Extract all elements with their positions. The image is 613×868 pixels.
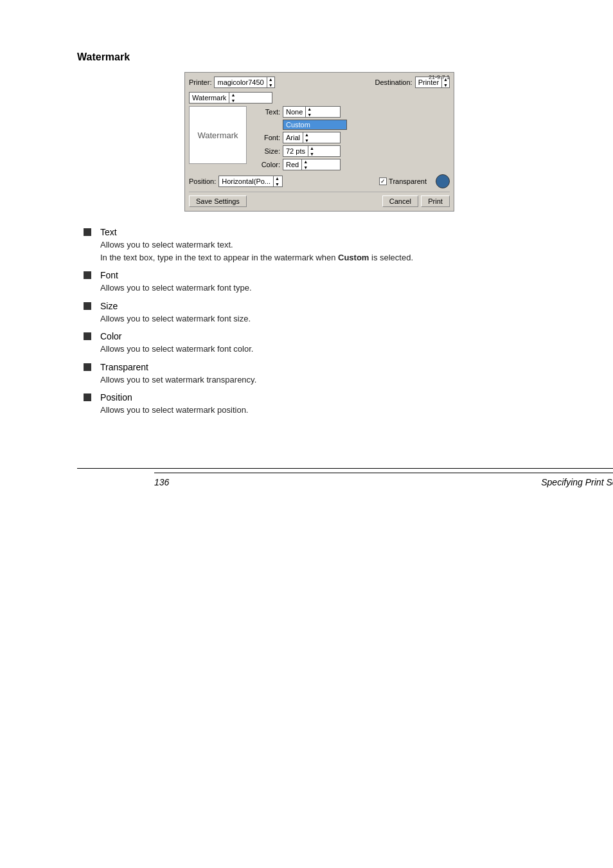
bottom-right-buttons: Cancel Print — [382, 195, 450, 207]
panel-arrows[interactable]: ▲ ▼ — [229, 92, 236, 104]
save-settings-button[interactable]: Save Settings — [189, 195, 247, 207]
bullet-content: Font Allows you to select watermark font… — [100, 270, 562, 294]
printer-value: magicolor7450 — [215, 78, 266, 86]
bullet-desc: Allows you to select watermark position. — [100, 405, 248, 415]
printer-arrow-up[interactable]: ▲ — [267, 77, 274, 82]
bullet-term: Text — [100, 227, 562, 237]
text-label: Text: — [253, 108, 280, 116]
font-label: Font: — [253, 134, 280, 141]
position-arrow-down[interactable]: ▼ — [274, 181, 281, 187]
text-select[interactable]: None ▲ ▼ — [283, 106, 341, 118]
size-arrow-up[interactable]: ▲ — [308, 145, 315, 151]
position-arrow-up[interactable]: ▲ — [274, 176, 281, 181]
transparent-checkbox[interactable]: ✓ — [379, 177, 387, 185]
position-label: Position: — [189, 177, 216, 185]
size-arrow-down[interactable]: ▼ — [308, 151, 315, 157]
text-arrow-up[interactable]: ▲ — [306, 106, 313, 112]
text-arrow-down[interactable]: ▼ — [306, 112, 313, 118]
bullet-list: Text Allows you to select watermark text… — [84, 227, 562, 417]
bullet-content: Color Allows you to select watermark fon… — [100, 331, 562, 356]
position-arrows[interactable]: ▲ ▼ — [273, 176, 281, 187]
transparent-checkbox-container[interactable]: ✓ Transparent — [379, 177, 429, 185]
panel-select[interactable]: Watermark ▲ ▼ — [189, 92, 272, 104]
size-arrows[interactable]: ▲ ▼ — [308, 145, 315, 157]
list-item: Color Allows you to select watermark fon… — [84, 331, 562, 356]
printer-row: Printer: magicolor7450 ▲ ▼ — [189, 77, 275, 88]
list-item: Text Allows you to select watermark text… — [84, 227, 562, 264]
size-select[interactable]: 72 pts ▲ ▼ — [283, 145, 341, 157]
dialog-box: 21-9.7.1 Printer: magicolor7450 ▲ ▼ Dest… — [184, 72, 454, 212]
text-arrows[interactable]: ▲ ▼ — [305, 106, 313, 118]
font-arrow-down[interactable]: ▼ — [303, 138, 310, 143]
section-title: Watermark — [77, 51, 562, 63]
bullet-content: Transparent Allows you to set watermark … — [100, 362, 562, 386]
cancel-button[interactable]: Cancel — [382, 195, 418, 207]
custom-input-row — [253, 120, 450, 130]
custom-text-input[interactable] — [283, 120, 347, 130]
color-value: Red — [283, 161, 301, 168]
color-arrow-up[interactable]: ▲ — [302, 159, 309, 165]
destination-arrow-down[interactable]: ▼ — [442, 82, 449, 88]
footer-title: Specifying Print Settings — [541, 477, 613, 487]
page-footer: 136 Specifying Print Settings — [77, 468, 613, 487]
position-select[interactable]: Horizontal(Po... ▲ ▼ — [218, 176, 283, 187]
bullet-desc: Allows you to select watermark font size… — [100, 314, 251, 323]
list-item: Size Allows you to select watermark font… — [84, 301, 562, 325]
color-control-row: Color: Red ▲ ▼ — [253, 159, 450, 170]
color-arrow-down[interactable]: ▼ — [302, 165, 309, 170]
panel-select-row: Watermark ▲ ▼ — [189, 92, 450, 104]
font-select[interactable]: Arial ▲ ▼ — [283, 132, 341, 143]
size-value: 72 pts — [283, 147, 308, 155]
bullet-square-icon — [84, 302, 91, 310]
dialog-content: Watermark Text: None ▲ ▼ — [189, 106, 450, 170]
font-arrows[interactable]: ▲ ▼ — [303, 132, 310, 143]
watermark-preview-text: Watermark — [197, 131, 238, 140]
bullet-term: Font — [100, 270, 562, 280]
transparent-section: ✓ Transparent — [379, 174, 450, 188]
bullet-content: Text Allows you to select watermark text… — [100, 227, 562, 264]
bullet-term: Position — [100, 392, 562, 402]
printer-label: Printer: — [189, 78, 211, 86]
bullet-square-icon — [84, 332, 91, 340]
position-row: Position: Horizontal(Po... ▲ ▼ — [189, 176, 283, 187]
panel-label: Watermark — [190, 94, 229, 102]
page-section: Watermark 21-9.7.1 Printer: magicolor745… — [77, 51, 562, 417]
font-value: Arial — [283, 134, 303, 141]
text-control-row: Text: None ▲ ▼ — [253, 106, 450, 118]
dialog-top-row: Printer: magicolor7450 ▲ ▼ Destination: … — [189, 77, 450, 88]
destination-label: Destination: — [375, 78, 413, 86]
bullet-term: Color — [100, 331, 562, 341]
dialog-controls: Text: None ▲ ▼ Font: — [253, 106, 450, 170]
bullet-square-icon — [84, 271, 91, 279]
bullet-term: Size — [100, 301, 562, 311]
position-value: Horizontal(Po... — [219, 177, 273, 185]
list-item: Font Allows you to select watermark font… — [84, 270, 562, 294]
font-control-row: Font: Arial ▲ ▼ — [253, 132, 450, 143]
color-arrows[interactable]: ▲ ▼ — [301, 159, 309, 170]
printer-select[interactable]: magicolor7450 ▲ ▼ — [214, 77, 274, 88]
list-item: Position Allows you to select watermark … — [84, 392, 562, 417]
panel-arrow-down[interactable]: ▼ — [229, 98, 236, 104]
brand-logo — [436, 174, 450, 188]
bullet-square-icon — [84, 363, 91, 371]
watermark-preview: Watermark — [189, 106, 247, 164]
bullet-term: Transparent — [100, 362, 562, 372]
bullet-content: Position Allows you to select watermark … — [100, 392, 562, 417]
bullet-desc: Allows you to select watermark font colo… — [100, 344, 253, 354]
font-arrow-up[interactable]: ▲ — [303, 132, 310, 138]
printer-arrow-down[interactable]: ▼ — [267, 82, 274, 88]
dialog-version: 21-9.7.1 — [429, 74, 450, 80]
printer-arrows[interactable]: ▲ ▼ — [267, 77, 274, 88]
list-item: Transparent Allows you to set watermark … — [84, 362, 562, 386]
bullet-square-icon — [84, 393, 91, 401]
text-value: None — [283, 108, 305, 116]
panel-arrow-up[interactable]: ▲ — [229, 92, 236, 98]
bullet-square-icon — [84, 228, 91, 236]
bottom-row: Save Settings Cancel Print — [189, 192, 450, 207]
bullet-content: Size Allows you to select watermark font… — [100, 301, 562, 325]
footer-page-number: 136 — [154, 477, 169, 487]
size-control-row: Size: 72 pts ▲ ▼ — [253, 145, 450, 157]
print-button[interactable]: Print — [421, 195, 450, 207]
transparent-label: Transparent — [389, 177, 427, 185]
color-select[interactable]: Red ▲ ▼ — [283, 159, 341, 170]
